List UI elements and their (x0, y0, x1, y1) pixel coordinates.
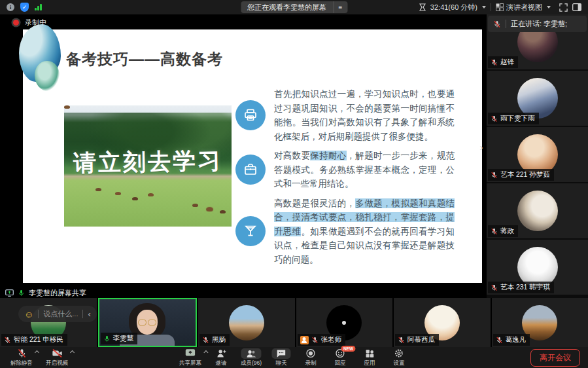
apps-grid-icon (365, 348, 374, 359)
screen-share-banner: 李雯慧的屏幕共享 (5, 287, 86, 298)
share-screen-button[interactable]: 共享屏幕 (179, 348, 201, 367)
recording-indicator: 录制中 (13, 18, 46, 28)
camera-off-icon (52, 348, 63, 359)
printer-icon (235, 100, 266, 130)
share-screen-icon (184, 348, 196, 359)
muted-mic-icon (398, 337, 405, 344)
park-photo: 请立刻去学习 (64, 105, 232, 227)
muted-mic-icon (491, 172, 498, 179)
settings-button[interactable]: 设置 (389, 348, 409, 367)
participant-tile[interactable]: 蒋政 (487, 183, 588, 238)
chat-button[interactable]: 聊天 (271, 348, 291, 367)
participant-name-tag: 赵锋 (488, 56, 518, 68)
recording-dot-icon (13, 20, 19, 26)
members-button[interactable]: 成员(96) (241, 348, 262, 367)
members-icon (241, 348, 262, 359)
bullet-item: 高数题是很灵活的，多做题，模拟题和真题结合，摸清考试要点，稳扎稳打，掌握套路，提… (235, 196, 455, 267)
meeting-timer: 32:41(60 分钟) (430, 3, 477, 12)
participant-tile[interactable]: 黑肠 (198, 298, 295, 347)
apps-button[interactable]: 应用 (360, 348, 379, 367)
muted-mic-icon (493, 20, 501, 28)
recording-label: 录制中 (25, 18, 46, 28)
muted-mic-icon (491, 59, 498, 66)
participants-sidebar: 赵锋 雨下雯下雨 艺本 221 孙梦茹 蒋政 (487, 14, 588, 298)
bullet-text: 对高数要保持耐心，解题时一步一步来，规范答题模式。务必熟练掌握基本概念，定理，公… (274, 149, 455, 191)
toolbar-left-group: 解除静音 开启视频 (0, 348, 68, 367)
slide-bullets: 首先把知识点过一遍，学习知识点时，也要通过习题巩固知识，不会的题要第一时间搞懂不… (235, 87, 455, 272)
sidebar-collapse-chevron[interactable]: › (477, 141, 486, 153)
participant-tile[interactable]: 阿慕西瓜 (394, 298, 491, 347)
topbar-status-icons: i ✓ (0, 3, 42, 12)
watching-screen-banner[interactable]: 您正在观看李雯慧的屏幕 ≡ (241, 1, 347, 13)
bullet-text: 高数题是很灵活的，多做题，模拟题和真题结合，摸清考试要点，稳扎稳打，掌握套路，提… (274, 196, 455, 267)
video-strip: ☺ 说点什么... ‹ 智能 221 申移民 李雯慧 (0, 298, 588, 347)
security-shield-icon[interactable]: ✓ (20, 3, 29, 12)
participant-name-tag: 阿慕西瓜 (395, 334, 439, 346)
network-signal-icon (35, 4, 42, 10)
participant-name-tag: 艺本 231 韩宇琪 (488, 282, 554, 293)
participant-tile[interactable]: 张老师 (296, 298, 393, 347)
share-options-chevron[interactable] (203, 350, 208, 354)
view-mode-button[interactable]: 演讲者视图 (496, 3, 551, 12)
hourglass-icon (419, 3, 426, 11)
participant-tile-speaking[interactable]: 李雯慧 (98, 298, 198, 347)
bullet-item: 首先把知识点过一遍，学习知识点时，也要通过习题巩固知识，不会的题要第一时间搞懂不… (235, 87, 455, 143)
view-mode-label: 演讲者视图 (506, 3, 542, 12)
participant-name-tag: 黑肠 (199, 334, 230, 346)
participant-name-tag: 雨下雯下雨 (488, 113, 539, 124)
active-speaker-banner: 正在讲话: 李雯慧; (488, 16, 587, 32)
participant-tile[interactable]: 艺本 231 韩宇琪 (487, 240, 588, 295)
start-video-button[interactable]: 开启视频 (46, 348, 68, 367)
bullet-item: 对高数要保持耐心，解题时一步一步来，规范答题模式。务必熟练掌握基本概念，定理，公… (235, 149, 455, 191)
chat-quick-input[interactable]: ☺ 说点什么... ‹ (18, 306, 97, 322)
mic-options-chevron[interactable] (35, 350, 39, 354)
unmute-button[interactable]: 解除静音 (10, 348, 33, 367)
watercolor-decoration-small (35, 61, 60, 91)
slide-title: 备考技巧——高数备考 (66, 49, 223, 69)
chat-input-placeholder[interactable]: 说点什么... (43, 309, 78, 319)
martini-glass-icon (235, 216, 266, 246)
active-mic-icon (18, 289, 25, 297)
meeting-window: i ✓ 您正在观看李雯慧的屏幕 ≡ 32:41(60 分钟) 演讲者视图 (0, 0, 588, 368)
active-speaker-label: 正在讲话: 李雯慧; (511, 19, 567, 29)
participant-tile[interactable]: 葛逸凡 (492, 298, 588, 347)
briefcase-icon (235, 155, 266, 185)
muted-mic-icon (311, 337, 319, 344)
shared-screen-slide: 备考技巧——高数备考 请立刻去学习 首先把知识点过一遍，学习知识点时，也要通过习… (23, 29, 482, 283)
watching-screen-label: 您正在观看李雯慧的屏幕 (241, 3, 333, 12)
participant-name-tag: 李雯慧 (101, 333, 138, 344)
banner-menu-icon[interactable]: ≡ (333, 1, 347, 13)
collapse-chat-icon[interactable]: ‹ (88, 309, 90, 319)
fullscreen-icon[interactable] (559, 3, 568, 12)
info-icon[interactable]: i (7, 3, 14, 11)
top-bar: i ✓ 您正在观看李雯慧的屏幕 ≡ 32:41(60 分钟) 演讲者视图 (0, 0, 588, 14)
participant-tile[interactable]: ☺ 说点什么... ‹ 智能 221 申移民 (0, 298, 97, 347)
chevron-down-icon (547, 6, 551, 9)
video-options-chevron[interactable] (70, 350, 75, 354)
participant-name-tag: 蒋政 (488, 225, 518, 237)
emoji-icon[interactable]: ☺ (24, 310, 33, 319)
muted-mic-icon (4, 337, 11, 344)
muted-mic-icon (17, 348, 27, 359)
side-panel-icon[interactable] (572, 3, 581, 11)
divider (491, 3, 491, 11)
invite-button[interactable]: 邀请 (211, 348, 231, 367)
photo-overlay-text: 请立刻去学习 (64, 145, 232, 179)
record-button[interactable]: 录制 (301, 348, 320, 367)
bullet-text: 首先把知识点过一遍，学习知识点时，也要通过习题巩固知识，不会的题要第一时间搞懂不… (274, 87, 455, 143)
participant-name-tag: 智能 221 申移民 (1, 334, 67, 346)
meeting-timer-dropdown[interactable]: 32:41(60 分钟) (430, 3, 486, 12)
screen-share-label: 李雯慧的屏幕共享 (29, 288, 86, 298)
leave-meeting-button[interactable]: 离开会议 (530, 349, 580, 367)
new-badge: NEW (341, 346, 355, 352)
glasses (136, 319, 158, 327)
participant-tile[interactable]: 艺本 221 孙梦茹 (487, 127, 588, 182)
avatar (517, 191, 558, 231)
participant-name-tag: 葛逸凡 (493, 334, 530, 346)
reactions-button[interactable]: NEW 回应 (330, 348, 350, 367)
participant-tile[interactable]: 雨下雯下雨 (487, 71, 588, 126)
deer-figures (64, 105, 70, 109)
host-badge-icon (300, 336, 309, 344)
active-mic-icon (103, 335, 111, 342)
record-icon (306, 348, 316, 359)
